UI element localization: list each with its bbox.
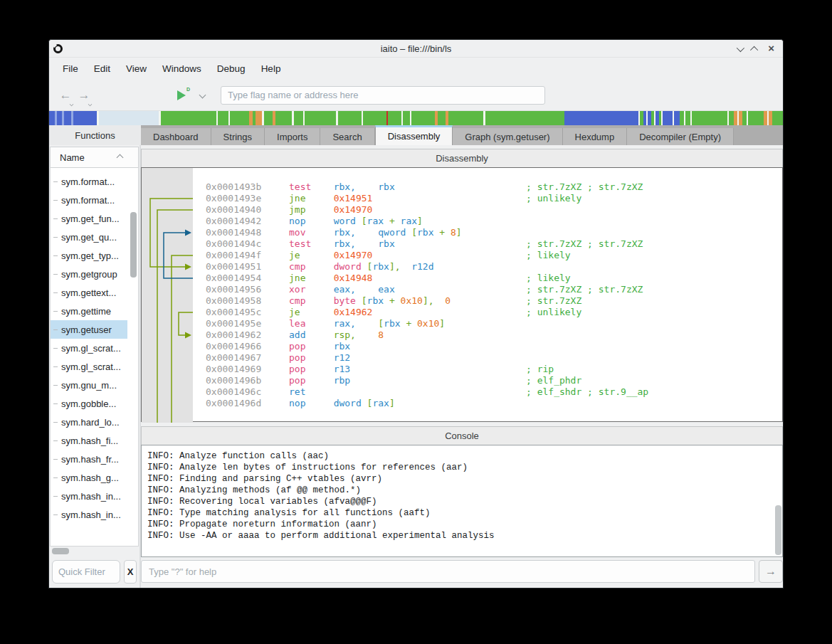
console-output[interactable]: INFO: Analyze function calls (aac)INFO: … (141, 445, 783, 557)
disasm-line[interactable]: 0x0001496dnop dword [rax] (206, 398, 782, 409)
function-list-item[interactable]: sym.getuser (51, 320, 127, 339)
function-list-item[interactable]: sym.hash_in... (51, 505, 127, 524)
function-list-item[interactable]: sym.hash_g... (51, 468, 127, 487)
disasm-line[interactable]: 0x00014967pop r12 (206, 352, 782, 364)
disassembly-panel-header[interactable]: Disassembly (141, 149, 783, 167)
submit-arrow-icon: → (765, 565, 776, 578)
debug-start-button[interactable]: D (177, 88, 191, 102)
disasm-line[interactable]: 0x00014951cmp dword [rbx], r12d (206, 261, 782, 273)
disasm-address: 0x00014969 (206, 364, 289, 375)
function-list-item[interactable]: sym.get_typ... (51, 246, 127, 265)
function-name: sym.hash_fi... (61, 436, 118, 446)
function-name: sym.gettime (61, 306, 111, 317)
functions-column-header[interactable]: Name (50, 147, 139, 168)
function-list-item[interactable]: sym.get_qu... (51, 228, 127, 246)
tab-strip: Functions DashboardStringsImportsSearchD… (49, 125, 783, 145)
function-list-item[interactable]: sym.hash_fi... (51, 431, 127, 450)
disasm-line[interactable]: 0x00014940jmp 0x14970 (206, 204, 782, 216)
function-list-item[interactable]: sym.format... (51, 191, 127, 209)
function-list-item[interactable]: sym.gnu_m... (51, 376, 127, 394)
disasm-line[interactable]: 0x00014948mov rbx, qword [rbx + 8] (206, 227, 782, 238)
disassembly-view[interactable]: 0x0001493btest rbx, rbx; str.7zXZ ; str.… (141, 167, 783, 422)
maximize-button[interactable] (752, 42, 758, 55)
disasm-line[interactable]: 0x00014942nop word [rax + rax] (206, 216, 782, 227)
console-command-input[interactable] (141, 560, 755, 583)
menu-edit[interactable]: Edit (88, 60, 117, 78)
disasm-line[interactable]: 0x0001496bpop rbp; elf_phdr (206, 375, 782, 386)
menu-windows[interactable]: Windows (156, 60, 208, 78)
tab-search[interactable]: Search (320, 128, 374, 145)
disasm-line[interactable]: 0x0001495elea rax, [rbx + 0x10] (206, 318, 782, 329)
menu-bar: FileEditViewWindowsDebugHelp (49, 58, 783, 80)
functions-hscrollbar[interactable] (52, 548, 139, 558)
address-search-input[interactable] (221, 86, 545, 105)
function-name: sym.hard_lo... (61, 417, 120, 428)
disasm-line[interactable]: 0x0001494fje 0x14970; likely (206, 250, 782, 261)
memory-map-bar[interactable] (49, 111, 783, 125)
menu-debug[interactable]: Debug (211, 60, 252, 78)
jump-arrow (172, 255, 193, 423)
functions-panel: Name sym.format...sym.format...sym.get_f… (49, 145, 141, 588)
disasm-line[interactable]: 0x0001495cje 0x14962; unlikely (206, 307, 782, 318)
tab-hexdump[interactable]: Hexdump (563, 128, 628, 145)
function-list-item[interactable]: sym.hash_fr... (51, 450, 127, 468)
column-header-label: Name (60, 152, 85, 163)
toolbar: ← → D (49, 80, 783, 111)
function-list-item[interactable]: sym.gl_scrat... (51, 339, 127, 357)
disasm-line[interactable]: 0x0001494ctest rbx, rbx; str.7zXZ ; str.… (206, 238, 782, 250)
menu-file[interactable]: File (56, 60, 85, 78)
menu-help[interactable]: Help (255, 60, 288, 78)
disasm-address: 0x00014966 (206, 341, 289, 352)
clear-filter-button[interactable]: X (124, 560, 137, 584)
close-icon: × (768, 42, 774, 54)
disasm-line[interactable]: 0x00014958cmp byte [rbx + 0x10], 0; str.… (206, 295, 782, 307)
close-button[interactable]: × (768, 42, 774, 55)
tab-dashboard[interactable]: Dashboard (141, 128, 211, 145)
disasm-line[interactable]: 0x00014962add rsp, 8 (206, 329, 782, 341)
tab-strings[interactable]: Strings (211, 128, 265, 145)
tree-branch-icon (53, 477, 58, 478)
debug-options-dropdown[interactable] (199, 92, 206, 99)
minimize-button[interactable] (737, 42, 742, 55)
function-list-item[interactable]: sym.get_fun... (51, 209, 127, 228)
tab-imports[interactable]: Imports (265, 128, 320, 145)
console-submit-button[interactable]: → (759, 560, 783, 583)
function-list-item[interactable]: sym.getgroup (51, 265, 127, 283)
function-list-item[interactable]: sym.gettime (51, 302, 127, 320)
disasm-line[interactable]: 0x0001493ejne 0x14951; unlikely (206, 193, 782, 204)
disasm-comment: ; unlikely (526, 307, 581, 318)
function-name: sym.get_qu... (61, 232, 117, 243)
function-list-item[interactable]: sym.gettext... (51, 283, 127, 302)
function-list-item[interactable]: sym.gobble... (51, 394, 127, 413)
tree-branch-icon (53, 514, 58, 515)
back-button[interactable]: ← (56, 88, 75, 102)
console-scrollbar[interactable] (775, 505, 781, 555)
disasm-address: 0x00014951 (206, 261, 289, 273)
disasm-address: 0x0001493b (206, 181, 289, 193)
functions-vscrollbar[interactable] (130, 212, 137, 278)
console-log-line: INFO: Type matching analysis for all fun… (147, 507, 772, 519)
jump-arrows-gutter (142, 168, 193, 423)
disasm-line[interactable]: 0x00014956xor eax, eax; str.7zXZ ; str.7… (206, 284, 782, 295)
quick-filter-input[interactable] (52, 560, 120, 584)
console-log-line: INFO: Analyze function calls (aac) (147, 450, 772, 462)
jump-arrow (179, 312, 193, 335)
disasm-line[interactable]: 0x00014969pop r13; rip (206, 364, 782, 375)
function-list-item[interactable]: sym.hash_in... (51, 487, 127, 505)
tab-disassembly[interactable]: Disassembly (375, 125, 453, 145)
function-list-item[interactable]: sym.gl_scrat... (51, 357, 127, 376)
disasm-line[interactable]: 0x00014966pop rbx (206, 341, 782, 352)
disasm-line[interactable]: 0x00014954jne 0x14948; likely (206, 273, 782, 284)
forward-button[interactable]: → (75, 88, 93, 102)
tab-graph-sym-getuser[interactable]: Graph (sym.getuser) (453, 128, 562, 145)
title-bar[interactable]: iaito – file:///bin/ls × (49, 40, 783, 58)
debug-badge: D (186, 87, 190, 92)
console-panel-header[interactable]: Console (141, 426, 783, 445)
tab-functions[interactable]: Functions (49, 125, 141, 145)
tab-decompiler-empty[interactable]: Decompiler (Empty) (627, 128, 734, 145)
disasm-line[interactable]: 0x0001496cret; elf_shdr ; str.9__ap (206, 386, 782, 398)
menu-view[interactable]: View (120, 60, 153, 78)
function-list-item[interactable]: sym.hard_lo... (51, 413, 127, 431)
disasm-line[interactable]: 0x0001493btest rbx, rbx; str.7zXZ ; str.… (206, 181, 782, 193)
function-list-item[interactable]: sym.format... (51, 172, 127, 191)
